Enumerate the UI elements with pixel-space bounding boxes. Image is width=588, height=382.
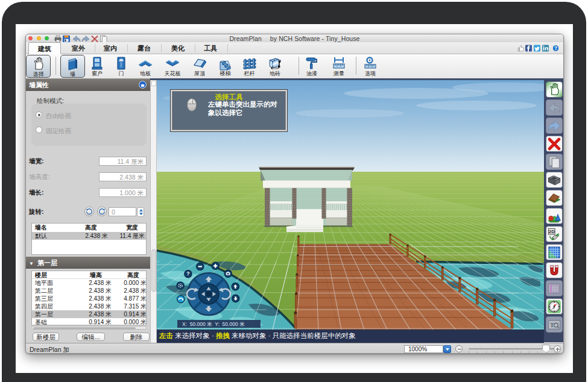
svg-text:2D: 2D [549, 229, 555, 234]
svg-text:X: 50.000 米 Y: 50.000 米: X: 50.000 米 Y: 50.000 米 [182, 321, 245, 327]
svg-text:?: ? [186, 271, 189, 277]
svg-text:?: ? [554, 45, 557, 51]
